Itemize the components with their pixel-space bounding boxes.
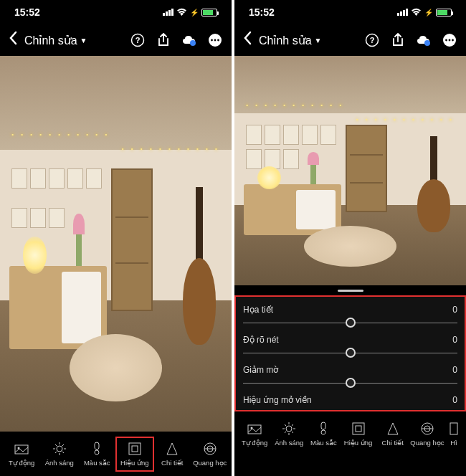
status-bar: 15:52 ⚡ bbox=[0, 0, 232, 24]
tool-effects[interactable]: Hiệu ứng bbox=[116, 437, 154, 471]
slider-label: Họa tiết bbox=[243, 305, 273, 315]
slider-handle[interactable] bbox=[346, 378, 356, 388]
charging-icon: ⚡ bbox=[424, 9, 433, 16]
tool-overflow[interactable]: Hì bbox=[444, 417, 463, 451]
tool-color[interactable]: Màu sắc bbox=[78, 437, 116, 471]
back-button[interactable] bbox=[243, 31, 252, 49]
slider-track[interactable] bbox=[243, 378, 457, 388]
optics-icon bbox=[203, 442, 217, 456]
svg-text:?: ? bbox=[135, 36, 141, 44]
color-icon bbox=[90, 442, 104, 456]
photo-canvas[interactable] bbox=[234, 56, 466, 285]
signal-icon bbox=[397, 9, 408, 16]
slider-label: Độ rõ nét bbox=[243, 335, 279, 345]
light-icon bbox=[282, 422, 296, 436]
light-icon bbox=[52, 442, 67, 456]
optics-icon bbox=[420, 422, 434, 436]
back-button[interactable] bbox=[9, 31, 17, 49]
tool-optics[interactable]: Quang học bbox=[410, 417, 444, 451]
tool-effects[interactable]: Hiệu ứng bbox=[341, 417, 375, 451]
photo-canvas[interactable] bbox=[0, 56, 232, 432]
detail-icon bbox=[165, 442, 179, 456]
status-right: ⚡ bbox=[397, 7, 452, 18]
svg-point-5 bbox=[214, 39, 217, 42]
svg-point-4 bbox=[211, 39, 213, 42]
toolbar: Tự động Ánh sáng Màu sắc Hiệu ứng Chi ti… bbox=[234, 411, 466, 456]
more-icon[interactable] bbox=[442, 32, 457, 48]
title-dropdown[interactable]: Chỉnh sửa ▼ bbox=[24, 34, 123, 47]
cloud-icon[interactable] bbox=[181, 32, 197, 48]
slider-value: 0 bbox=[452, 335, 457, 345]
tool-detail[interactable]: Chi tiết bbox=[153, 437, 191, 471]
svg-rect-10 bbox=[95, 442, 99, 449]
svg-rect-32 bbox=[356, 426, 361, 432]
effects-panel: Họa tiết 0 Độ rõ nét 0 Giảm mờ 0 bbox=[234, 295, 466, 411]
tool-optics[interactable]: Quang học bbox=[191, 437, 229, 471]
share-icon[interactable] bbox=[156, 32, 171, 48]
svg-point-11 bbox=[95, 450, 99, 454]
color-icon bbox=[316, 422, 331, 436]
slider-label: Giảm mờ bbox=[243, 365, 278, 375]
phone-right: 15:52 ⚡ Chỉnh sửa ▼ ? bbox=[234, 0, 466, 476]
slider-handle[interactable] bbox=[346, 348, 356, 358]
slider-clarity: Độ rõ nét 0 bbox=[243, 331, 457, 361]
svg-point-6 bbox=[217, 39, 219, 42]
svg-point-20 bbox=[424, 40, 430, 46]
status-right: ⚡ bbox=[163, 7, 217, 18]
svg-point-24 bbox=[452, 39, 454, 42]
signal-icon bbox=[163, 9, 173, 16]
tool-auto[interactable]: Tự động bbox=[3, 437, 41, 471]
header: Chỉnh sửa ▼ ? bbox=[0, 24, 232, 56]
title-dropdown[interactable]: Chỉnh sửa ▼ bbox=[259, 34, 357, 47]
svg-rect-31 bbox=[353, 423, 364, 434]
svg-point-27 bbox=[286, 426, 292, 432]
chevron-down-icon: ▼ bbox=[315, 37, 322, 44]
help-icon[interactable]: ? bbox=[130, 32, 146, 48]
status-time: 15:52 bbox=[14, 6, 40, 18]
slider-track[interactable] bbox=[243, 318, 457, 328]
slider-track[interactable] bbox=[243, 348, 457, 358]
tool-light[interactable]: Ánh sáng bbox=[272, 417, 306, 451]
share-icon[interactable] bbox=[390, 32, 406, 48]
side-by-side-container: 15:52 ⚡ Chỉnh sửa ▼ ? bbox=[0, 0, 466, 476]
header-actions: ? bbox=[364, 32, 457, 48]
svg-point-23 bbox=[449, 39, 451, 42]
tool-auto[interactable]: Tự động bbox=[237, 417, 272, 451]
slider-value: 0 bbox=[452, 395, 457, 405]
slider-value: 0 bbox=[452, 365, 457, 375]
svg-point-9 bbox=[57, 446, 62, 452]
toolbar: Tự động Ánh sáng Màu sắc Hiệu ứng Chi ti… bbox=[0, 432, 232, 476]
effects-icon bbox=[128, 442, 142, 456]
more-icon[interactable] bbox=[207, 32, 223, 48]
auto-icon bbox=[14, 442, 29, 456]
svg-rect-36 bbox=[450, 423, 457, 434]
header: Chỉnh sửa ▼ ? bbox=[234, 24, 466, 56]
phone-left: 15:52 ⚡ Chỉnh sửa ▼ ? bbox=[0, 0, 232, 476]
svg-rect-25 bbox=[248, 425, 261, 434]
detail-icon bbox=[386, 422, 400, 436]
slider-label: Hiệu ứng mở viền bbox=[243, 395, 312, 405]
overflow-icon bbox=[447, 422, 461, 436]
tool-detail[interactable]: Chi tiết bbox=[376, 417, 410, 451]
cloud-icon[interactable] bbox=[416, 32, 432, 48]
svg-point-2 bbox=[190, 40, 196, 46]
title-text: Chỉnh sửa bbox=[259, 34, 312, 47]
svg-text:?: ? bbox=[370, 36, 375, 44]
svg-rect-13 bbox=[129, 443, 141, 454]
svg-point-29 bbox=[321, 430, 325, 434]
svg-point-22 bbox=[445, 39, 447, 42]
charging-icon: ⚡ bbox=[190, 9, 199, 16]
panel-drag-handle[interactable] bbox=[234, 285, 466, 295]
battery-icon bbox=[201, 9, 217, 16]
svg-rect-28 bbox=[321, 422, 325, 429]
slider-handle[interactable] bbox=[346, 318, 356, 328]
tool-light[interactable]: Ánh sáng bbox=[41, 437, 79, 471]
slider-texture: Họa tiết 0 bbox=[243, 301, 457, 331]
slider-vignette: Hiệu ứng mở viền 0 bbox=[243, 391, 457, 409]
status-time: 15:52 bbox=[249, 6, 275, 18]
chevron-down-icon: ▼ bbox=[80, 37, 87, 44]
wifi-icon bbox=[411, 7, 422, 18]
tool-color[interactable]: Màu sắc bbox=[306, 417, 341, 451]
slider-value: 0 bbox=[452, 305, 457, 315]
help-icon[interactable]: ? bbox=[364, 32, 380, 48]
